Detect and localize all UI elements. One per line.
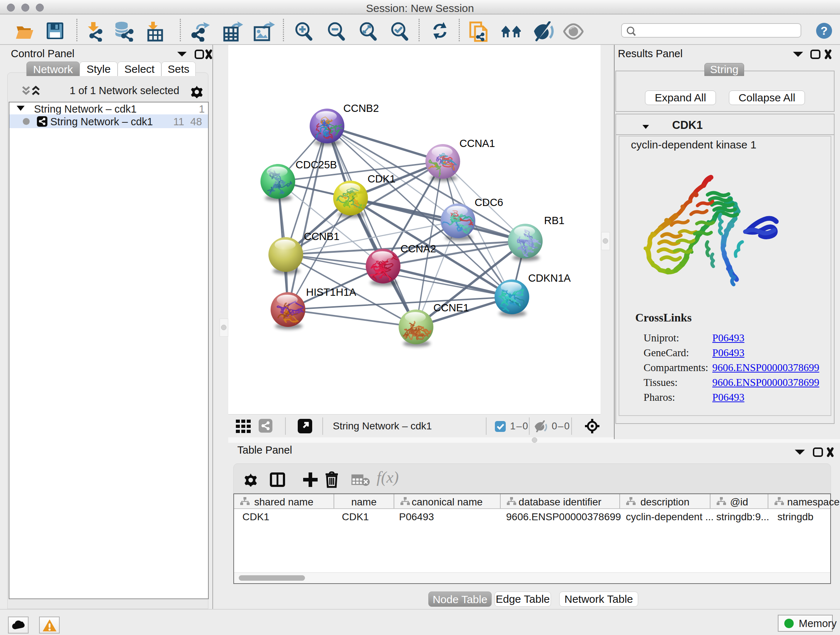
svg-text:?: ?	[821, 24, 828, 37]
svg-text:CDK1: CDK1	[368, 173, 395, 185]
svg-text:HIST1H1A: HIST1H1A	[306, 287, 356, 298]
svg-text:CDC6: CDC6	[475, 196, 503, 208]
svg-text:CCNA2: CCNA2	[401, 243, 436, 255]
svg-text:CCNB1: CCNB1	[304, 231, 339, 242]
svg-text:RB1: RB1	[544, 215, 564, 226]
svg-text:CCNB2: CCNB2	[343, 103, 379, 114]
svg-text:CDC25B: CDC25B	[295, 159, 337, 171]
svg-text:CCNE1: CCNE1	[433, 302, 469, 314]
svg-text:CCNA1: CCNA1	[459, 138, 495, 149]
svg-text:CDKN1A: CDKN1A	[528, 272, 571, 284]
